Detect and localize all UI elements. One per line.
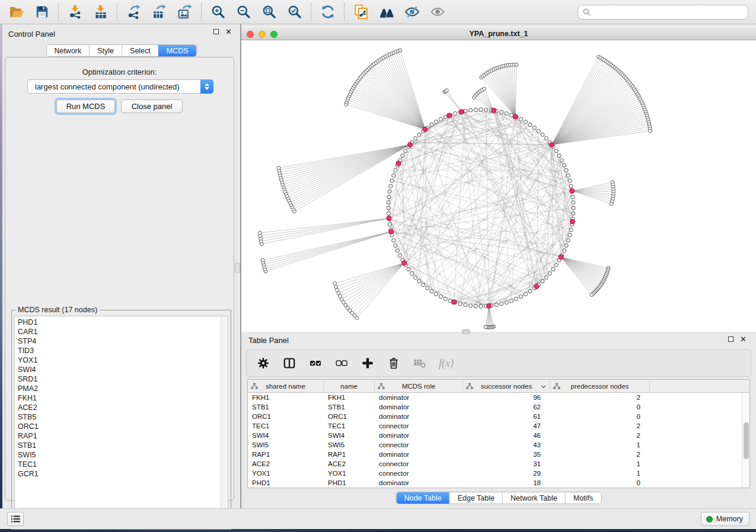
- ring-node[interactable]: [569, 228, 573, 232]
- window-minimize-icon[interactable]: [259, 31, 266, 38]
- mcds-node[interactable]: [550, 142, 554, 147]
- mcds-node[interactable]: [387, 216, 391, 220]
- ring-node[interactable]: [563, 249, 566, 252]
- tab-mcds[interactable]: MCDS: [158, 45, 196, 56]
- ring-node[interactable]: [495, 303, 498, 307]
- ring-node[interactable]: [401, 154, 404, 158]
- leaf-node[interactable]: [483, 87, 486, 91]
- ring-node[interactable]: [572, 206, 575, 210]
- mcds-node[interactable]: [447, 113, 452, 118]
- select-all-button[interactable]: [308, 356, 323, 370]
- leaf-node[interactable]: [610, 202, 613, 206]
- table-row[interactable]: PHD1PHD1dominator180: [248, 478, 749, 488]
- ring-node[interactable]: [528, 123, 532, 126]
- ring-node[interactable]: [439, 295, 442, 299]
- refresh-network-button[interactable]: [320, 4, 336, 20]
- ring-node[interactable]: [468, 304, 472, 307]
- mcds-node[interactable]: [423, 127, 428, 132]
- ring-node[interactable]: [464, 303, 467, 307]
- table-row[interactable]: FKH1FKH1dominator962: [248, 393, 749, 402]
- mcds-result-item[interactable]: STB5: [18, 412, 228, 422]
- ring-node[interactable]: [528, 290, 532, 293]
- column-header-successor-nodes[interactable]: successor nodes: [463, 380, 550, 392]
- ring-node[interactable]: [454, 111, 457, 115]
- settings-button[interactable]: [256, 356, 270, 370]
- ring-node[interactable]: [532, 126, 536, 130]
- mcds-result-item[interactable]: PMA2: [18, 384, 228, 393]
- ring-node[interactable]: [544, 275, 548, 279]
- ring-node[interactable]: [560, 159, 563, 162]
- mcds-result-item[interactable]: SRD1: [18, 374, 228, 384]
- search-input[interactable]: [594, 8, 743, 17]
- mcds-node[interactable]: [570, 188, 575, 193]
- network-titlebar[interactable]: YPA_prune.txt_1: [241, 27, 756, 40]
- delete-column-button[interactable]: [387, 356, 401, 370]
- show-columns-button[interactable]: [282, 356, 296, 370]
- table-scrollbar[interactable]: [742, 393, 749, 488]
- ring-node[interactable]: [519, 117, 523, 121]
- ring-node[interactable]: [563, 164, 566, 167]
- mcds-result-item[interactable]: SWI4: [18, 365, 228, 374]
- zoom-selected-button[interactable]: [286, 4, 302, 20]
- ring-node[interactable]: [509, 113, 513, 117]
- ring-node[interactable]: [458, 302, 462, 306]
- float-table-panel-icon[interactable]: [728, 336, 733, 342]
- mcds-node[interactable]: [460, 110, 464, 114]
- ring-node[interactable]: [524, 292, 527, 296]
- ring-node[interactable]: [566, 174, 570, 177]
- leaf-node[interactable]: [333, 282, 337, 286]
- mcds-node[interactable]: [492, 108, 496, 113]
- column-header-predecessor-nodes[interactable]: predecessor nodes: [550, 380, 650, 392]
- ring-node[interactable]: [468, 108, 472, 112]
- mcds-node[interactable]: [396, 161, 401, 166]
- mcds-result-item[interactable]: ACE2: [18, 403, 228, 412]
- ring-node[interactable]: [430, 290, 433, 293]
- ring-node[interactable]: [422, 283, 425, 287]
- save-session-button[interactable]: [34, 4, 50, 20]
- ring-node[interactable]: [479, 305, 483, 308]
- mcds-node[interactable]: [487, 303, 492, 308]
- zoom-in-button[interactable]: [210, 4, 226, 20]
- task-history-button[interactable]: [7, 512, 24, 526]
- table-row[interactable]: ACE2ACE2connector311: [248, 459, 749, 469]
- ring-node[interactable]: [439, 117, 442, 121]
- ring-node[interactable]: [515, 297, 518, 300]
- ring-node[interactable]: [394, 243, 397, 247]
- ring-node[interactable]: [389, 184, 393, 188]
- ring-node[interactable]: [519, 295, 523, 299]
- ring-node[interactable]: [387, 201, 390, 204]
- ring-node[interactable]: [388, 223, 391, 226]
- ring-node[interactable]: [414, 275, 417, 279]
- mcds-result-item[interactable]: CAR1: [18, 327, 228, 336]
- ring-node[interactable]: [566, 239, 570, 242]
- ring-node[interactable]: [572, 201, 575, 204]
- mcds-result-item[interactable]: TID3: [18, 346, 228, 355]
- ring-node[interactable]: [434, 120, 438, 124]
- close-table-panel-icon[interactable]: ✕: [740, 336, 747, 342]
- ring-node[interactable]: [554, 263, 558, 267]
- mcds-result-item[interactable]: STB1: [18, 441, 228, 450]
- ring-node[interactable]: [548, 272, 551, 275]
- mcds-list-scrollbar[interactable]: [221, 316, 228, 526]
- column-header-name[interactable]: name: [324, 380, 375, 392]
- mcds-result-item[interactable]: SWI5: [18, 450, 228, 460]
- ring-node[interactable]: [544, 137, 548, 140]
- tab-node-table[interactable]: Node Table: [397, 492, 449, 504]
- ring-node[interactable]: [557, 154, 561, 158]
- ring-node[interactable]: [414, 137, 417, 140]
- ring-node[interactable]: [430, 123, 433, 126]
- mcds-node[interactable]: [570, 219, 575, 224]
- ring-node[interactable]: [500, 302, 503, 306]
- import-table-button[interactable]: [92, 4, 109, 20]
- close-panel-button[interactable]: Close panel: [121, 100, 183, 113]
- hide-selected-button[interactable]: [404, 4, 420, 20]
- tab-network-table[interactable]: Network Table: [502, 492, 565, 504]
- table-row[interactable]: STB1STB1dominator620: [248, 402, 749, 412]
- ring-node[interactable]: [387, 211, 390, 215]
- float-panel-icon[interactable]: [213, 29, 219, 34]
- ring-node[interactable]: [541, 133, 544, 136]
- search-box[interactable]: [578, 5, 748, 20]
- optimization-criterion-select[interactable]: largest connected component (undirected): [27, 79, 213, 94]
- tab-network[interactable]: Network: [46, 45, 89, 56]
- ring-node[interactable]: [541, 280, 544, 283]
